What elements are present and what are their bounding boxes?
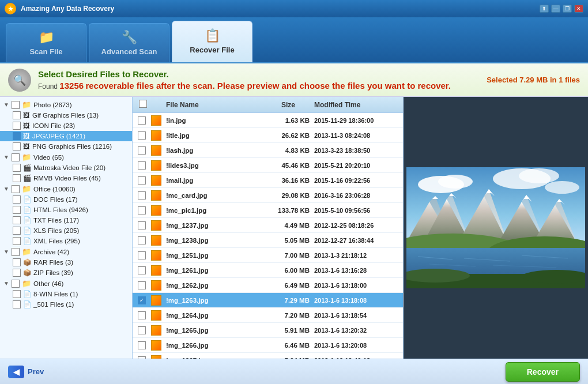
check-matroska[interactable]	[13, 164, 21, 172]
file-panel: File Name Size Modified Time !in.jpg1.63…	[133, 97, 404, 359]
table-row[interactable]: !mg_1264.jpg7.20 MB2013-1-6 13:18:54	[133, 308, 403, 323]
file-modified: 2013-1-6 13:18:08	[314, 297, 401, 304]
extra-button[interactable]: ⬆	[540, 5, 549, 13]
tree-label-zip: ZIP Files (39)	[33, 269, 73, 276]
table-row[interactable]: !mg_1238.jpg5.05 MB2012-12-27 16:38:44	[133, 233, 403, 248]
check-archive[interactable]	[12, 248, 20, 256]
check-txt[interactable]	[13, 216, 21, 224]
check-office[interactable]	[12, 185, 20, 193]
row-checkbox[interactable]	[138, 131, 146, 140]
row-check-wrapper	[135, 161, 151, 170]
restore-button[interactable]: ❐	[563, 5, 572, 13]
row-checkbox[interactable]	[138, 191, 146, 199]
check-icon[interactable]	[13, 122, 21, 130]
prev-button[interactable]: ◀ Prev	[8, 366, 44, 378]
row-checkbox[interactable]	[138, 161, 146, 170]
check-other[interactable]	[12, 280, 20, 288]
check-photo[interactable]	[12, 101, 20, 109]
table-row[interactable]: !mg_1251.jpg7.00 MB2013-1-3 21:18:12	[133, 248, 403, 263]
tree-item-8win[interactable]: 📄 8-WIN Files (1)	[0, 289, 132, 299]
row-checkbox[interactable]	[138, 281, 146, 289]
tree-item-xls[interactable]: 📄 XLS Files (205)	[0, 225, 132, 236]
table-row[interactable]: !mc_card.jpg29.08 KB2016-3-16 23:06:28	[133, 188, 403, 203]
table-row[interactable]: !lides3.jpg45.46 KB2015-5-21 20:20:10	[133, 158, 403, 173]
check-8win[interactable]	[13, 290, 21, 298]
tree-item-rar[interactable]: 📦 RAR Files (3)	[0, 257, 132, 268]
check-xml[interactable]	[13, 237, 21, 245]
scan-file-icon: 📁	[39, 30, 54, 45]
file-name: !mail.jpg	[164, 177, 262, 184]
tree-item-matroska[interactable]: 🎬 Matroska Video File (20)	[0, 163, 132, 173]
tab-scan-file[interactable]: 📁 Scan File	[6, 23, 86, 62]
table-row[interactable]: !mail.jpg36.16 KB2015-1-16 09:22:56	[133, 173, 403, 188]
recover-button[interactable]: Recover	[506, 362, 580, 382]
row-checkbox[interactable]	[138, 266, 146, 274]
row-checkbox[interactable]	[138, 356, 146, 359]
row-checkbox[interactable]	[138, 236, 146, 244]
tree-item-other[interactable]: ▼ 📁 Other (46)	[0, 278, 132, 289]
row-check-wrapper	[135, 251, 151, 259]
table-row[interactable]: !in.jpg1.63 KB2015-11-29 18:36:00	[133, 113, 403, 128]
tree-item-archive[interactable]: ▼ 📁 Archive (42)	[0, 246, 132, 257]
tree-item-photo[interactable]: ▼ 📁 Photo (2673)	[0, 99, 132, 110]
check-html[interactable]	[13, 206, 21, 214]
tree-item-zip[interactable]: 📦 ZIP Files (39)	[0, 268, 132, 278]
table-row[interactable]: !mg_1267.jpg5.64 MB2013-1-12 18:40:18	[133, 353, 403, 359]
tab-recover-file[interactable]: 📋 Recover File	[172, 21, 252, 62]
found-count: 13256	[59, 81, 84, 91]
check-jpg[interactable]	[13, 132, 21, 140]
tree-item-doc[interactable]: 📄 DOC Files (17)	[0, 194, 132, 205]
table-row[interactable]: !mg_1261.jpg6.00 MB2013-1-6 13:16:28	[133, 263, 403, 278]
table-row[interactable]: !lash.jpg4.83 KB2013-3-23 18:38:50	[133, 143, 403, 158]
table-row[interactable]: !mg_1237.jpg4.49 MB2012-12-25 08:18:26	[133, 218, 403, 233]
table-row[interactable]: !itle.jpg26.62 KB2013-11-3 08:24:08	[133, 128, 403, 143]
table-row[interactable]: !mg_1266.jpg6.46 MB2013-1-6 13:20:08	[133, 338, 403, 353]
header-checkbox[interactable]	[139, 100, 147, 108]
check-gif[interactable]	[13, 111, 21, 119]
row-checkbox[interactable]	[138, 341, 146, 349]
tree-item-rmvb[interactable]: 🎬 RMVB Video Files (45)	[0, 173, 132, 183]
file-size: 6.46 MB	[262, 342, 314, 349]
row-checkbox[interactable]	[138, 251, 146, 259]
tree-item-jpg[interactable]: 🖼 JPG/JPEG (1421)	[0, 131, 132, 141]
tab-advanced-scan[interactable]: 🔧 Advanced Scan	[89, 23, 169, 62]
file-thumb-icon	[151, 145, 161, 156]
check-xls[interactable]	[13, 227, 21, 235]
header-filename: File Name	[164, 101, 262, 109]
check-doc[interactable]	[13, 195, 21, 204]
tree-item-png[interactable]: 🖼 PNG Graphics Files (1216)	[0, 141, 132, 152]
file-thumb-icon	[151, 160, 161, 171]
check-rmvb[interactable]	[13, 174, 21, 182]
close-button[interactable]: ✕	[574, 5, 583, 13]
table-row[interactable]: !mc_pic1.jpg133.78 KB2015-5-10 09:56:56	[133, 203, 403, 218]
tree-item-icon[interactable]: 🖼 ICON File (23)	[0, 121, 132, 131]
check-501[interactable]	[13, 300, 21, 308]
minimize-button[interactable]: —	[551, 5, 560, 13]
check-video[interactable]	[12, 153, 20, 161]
row-checkbox[interactable]	[138, 206, 146, 214]
check-png[interactable]	[13, 142, 21, 150]
tree-item-html[interactable]: 📄 HTML Files (9426)	[0, 205, 132, 215]
tree-item-video[interactable]: ▼ 📁 Video (65)	[0, 152, 132, 163]
row-checkbox[interactable]	[138, 176, 146, 185]
row-checkbox[interactable]: ✓	[138, 296, 146, 304]
table-row[interactable]: !mg_1262.jpg6.49 MB2013-1-6 13:18:00	[133, 278, 403, 293]
tree-item-txt[interactable]: 📄 TXT Files (117)	[0, 215, 132, 225]
table-row[interactable]: ✓!mg_1263.jpg7.29 MB2013-1-6 13:18:08	[133, 293, 403, 308]
check-rar[interactable]	[13, 258, 21, 266]
file-size: 36.16 KB	[262, 177, 314, 184]
row-checkbox[interactable]	[138, 116, 146, 125]
check-zip[interactable]	[13, 269, 21, 277]
row-checkbox[interactable]	[138, 311, 146, 319]
tree-item-office[interactable]: ▼ 📁 Office (10060)	[0, 183, 132, 194]
table-row[interactable]: !mg_1265.jpg5.91 MB2013-1-6 13:20:32	[133, 323, 403, 338]
tree-item-xml[interactable]: 📄 XML Files (295)	[0, 236, 132, 246]
tree-item-gif[interactable]: 🖼 Gif Graphics Files (13)	[0, 110, 132, 121]
file-name: !mg_1263.jpg	[164, 297, 262, 304]
file-list: !in.jpg1.63 KB2015-11-29 18:36:00!itle.j…	[133, 113, 403, 359]
row-checkbox[interactable]	[138, 146, 146, 155]
tree-item-501[interactable]: 📄 _501 Files (1)	[0, 299, 132, 310]
row-checkbox[interactable]	[138, 221, 146, 229]
row-checkbox[interactable]	[138, 326, 146, 334]
bottom-bar: ◀ Prev Recover	[0, 359, 588, 384]
